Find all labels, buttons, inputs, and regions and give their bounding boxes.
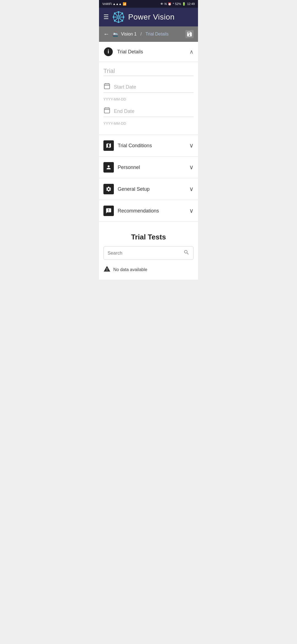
- app-title: Power Vision: [128, 13, 175, 21]
- breadcrumb-current: Trial Details: [145, 32, 169, 37]
- collapsed-sections: Trial Conditions ∨ Personnel ∨ General S…: [99, 135, 198, 222]
- svg-point-19: [114, 20, 116, 22]
- svg-point-13: [118, 21, 119, 23]
- svg-line-8: [120, 18, 122, 21]
- svg-point-12: [118, 11, 119, 13]
- battery-level: 52%: [175, 2, 181, 6]
- calendar-icon-end: [103, 107, 111, 116]
- trial-details-header[interactable]: i Trial Details ∧: [99, 42, 198, 62]
- general-setup-section[interactable]: General Setup ∨: [99, 178, 198, 200]
- end-date-field[interactable]: End Date YYYY-MM-DD: [103, 105, 194, 125]
- end-date-underline: [103, 117, 194, 117]
- warning-icon: [103, 265, 111, 274]
- svg-line-10: [115, 18, 117, 21]
- trial-conditions-chevron: ∨: [189, 142, 194, 149]
- personnel-chevron: ∨: [189, 164, 194, 171]
- search-container[interactable]: [103, 246, 194, 260]
- start-date-underline: [103, 92, 194, 93]
- search-icon: [183, 249, 189, 257]
- trial-underline: [103, 76, 194, 76]
- end-date-placeholder: End Date: [114, 108, 134, 114]
- app-header: ☰ Power Vision: [99, 8, 198, 26]
- svg-point-18: [122, 12, 123, 14]
- start-date-row[interactable]: Start Date: [103, 80, 194, 92]
- svg-point-16: [114, 12, 116, 14]
- svg-line-9: [120, 13, 122, 16]
- save-button[interactable]: [185, 30, 194, 38]
- alarm-icon: ⏰: [168, 2, 172, 6]
- clock: 12:49: [187, 2, 195, 6]
- gear-icon: [103, 184, 114, 194]
- trial-details-content: Trial Start Date: [99, 62, 198, 134]
- n-icon: N: [164, 2, 167, 6]
- start-date-placeholder: Start Date: [114, 84, 136, 90]
- recommendations-section[interactable]: Recommendations ∨: [99, 200, 198, 222]
- vowifi-indicator: VoWiFi: [102, 2, 112, 6]
- main-content: i Trial Details ∧ Trial: [99, 42, 198, 280]
- svg-text:i: i: [108, 48, 109, 54]
- general-setup-chevron: ∨: [189, 185, 194, 193]
- breadcrumb-bar: ← 🚢 Vision 1 / Trial Details: [99, 26, 198, 42]
- recommendations-label: Recommendations: [118, 208, 189, 214]
- personnel-label: Personnel: [118, 165, 189, 170]
- general-setup-label: General Setup: [118, 186, 189, 192]
- trial-details-chevron: ∧: [189, 48, 194, 55]
- svg-point-17: [122, 20, 123, 22]
- trial-conditions-label: Trial Conditions: [118, 143, 189, 149]
- signal-icon: ▲▲▲: [113, 2, 122, 6]
- status-right: 👁 N ⏰ * 52% 🔋 12:49: [160, 2, 195, 6]
- svg-point-15: [123, 16, 124, 18]
- trial-tests-section: Trial Tests No data available: [99, 227, 198, 280]
- status-left: VoWiFi ▲▲▲ 📶: [102, 2, 127, 6]
- start-date-format: YYYY-MM-DD: [103, 97, 194, 101]
- boat-icon: 🚢: [112, 31, 118, 37]
- end-date-format: YYYY-MM-DD: [103, 121, 194, 125]
- svg-rect-26: [104, 108, 110, 113]
- calendar-icon-start: [103, 83, 111, 91]
- svg-point-14: [113, 16, 114, 18]
- eye-icon: 👁: [160, 2, 163, 6]
- battery-icon: 🔋: [182, 2, 186, 6]
- breadcrumb-separator: /: [141, 32, 142, 37]
- breadcrumb-left: ← 🚢 Vision 1 / Trial Details: [103, 31, 169, 38]
- svg-point-2: [118, 17, 119, 17]
- wifi-icon: 📶: [123, 2, 127, 6]
- status-bar: VoWiFi ▲▲▲ 📶 👁 N ⏰ * 52% 🔋 12:49: [99, 0, 198, 8]
- search-input[interactable]: [108, 250, 183, 256]
- recommendations-chevron: ∨: [189, 207, 194, 214]
- personnel-section[interactable]: Personnel ∨: [99, 157, 198, 178]
- info-icon: i: [103, 47, 113, 57]
- trial-tests-title: Trial Tests: [103, 233, 194, 241]
- trial-label: Trial: [103, 67, 194, 75]
- trial-details-section: i Trial Details ∧ Trial: [99, 42, 198, 134]
- person-icon: [103, 162, 114, 173]
- no-data-row: No data available: [103, 264, 194, 275]
- trial-details-title: Trial Details: [117, 49, 189, 55]
- exclamation-bubble-icon: [103, 206, 114, 216]
- start-date-field[interactable]: Start Date YYYY-MM-DD: [103, 80, 194, 101]
- no-data-text: No data available: [113, 267, 147, 272]
- svg-line-7: [115, 13, 117, 16]
- svg-rect-22: [104, 84, 110, 89]
- trial-field: Trial: [103, 67, 194, 76]
- map-icon: [103, 140, 114, 151]
- helm-logo-icon: [113, 11, 124, 23]
- trial-conditions-section[interactable]: Trial Conditions ∨: [99, 135, 198, 157]
- hamburger-menu-icon[interactable]: ☰: [103, 13, 109, 21]
- back-button[interactable]: ←: [103, 31, 109, 38]
- breadcrumb-parent[interactable]: Vision 1: [121, 32, 137, 37]
- end-date-row[interactable]: End Date: [103, 105, 194, 117]
- bluetooth-icon: *: [173, 2, 174, 6]
